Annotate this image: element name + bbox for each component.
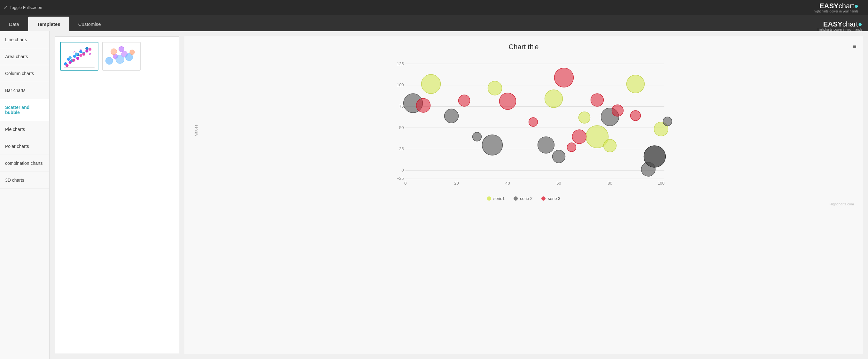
svg-point-27	[130, 50, 134, 55]
svg-point-50	[422, 74, 441, 94]
svg-point-66	[644, 145, 666, 167]
svg-text:✕: ✕	[89, 53, 91, 56]
brand-logo-tab: EASYchart● highcharts-power in your hand…	[817, 20, 868, 31]
brand-tagline: highcharts-power in your hands	[814, 9, 859, 13]
legend-item-serie1: serie1	[487, 196, 505, 201]
brand-dot2: ●	[858, 20, 862, 28]
svg-point-71	[529, 118, 538, 127]
svg-point-60	[473, 132, 482, 141]
svg-point-75	[591, 94, 604, 106]
svg-point-56	[627, 75, 645, 93]
svg-point-13	[76, 57, 79, 60]
svg-point-74	[572, 130, 586, 144]
svg-point-52	[545, 90, 563, 108]
svg-point-67	[663, 117, 672, 126]
svg-point-59	[444, 109, 459, 123]
tab-data[interactable]: Data	[0, 17, 28, 31]
svg-point-29	[119, 46, 124, 52]
svg-text:60: 60	[556, 181, 561, 185]
chart-area: Chart title ≡ Values	[184, 36, 863, 354]
svg-text:75: 75	[399, 104, 404, 108]
svg-text:40: 40	[505, 181, 510, 185]
svg-point-61	[482, 135, 503, 155]
legend-dot-serie3	[541, 196, 546, 201]
tab-templates[interactable]: Templates	[28, 17, 69, 31]
svg-text:−25: −25	[397, 176, 404, 181]
svg-point-51	[488, 81, 502, 95]
svg-text:25: 25	[399, 146, 404, 151]
svg-text:0: 0	[401, 168, 404, 172]
legend-label-serie1: serie1	[493, 196, 505, 201]
tabbar: Data Templates Customise EASYchart● high…	[0, 15, 868, 31]
svg-point-70	[499, 93, 516, 109]
brand-name-bold2: EASY	[823, 20, 842, 28]
svg-text:100: 100	[397, 83, 404, 87]
svg-text:✕: ✕	[79, 48, 82, 52]
svg-text:50: 50	[399, 125, 404, 130]
sidebar-item-bar[interactable]: Bar charts	[0, 82, 49, 99]
svg-point-73	[567, 143, 576, 152]
svg-point-11	[69, 61, 72, 64]
chart-attribution: Highcharts.com	[191, 202, 857, 206]
toggle-fullscreen-label: Toggle Fullscreen	[9, 5, 42, 10]
svg-point-15	[83, 53, 86, 56]
svg-point-72	[555, 68, 574, 87]
svg-text:100: 100	[658, 181, 665, 185]
svg-text:20: 20	[454, 181, 459, 185]
main-layout: Line charts Area charts Column charts Ba…	[0, 31, 868, 359]
sidebar-item-combination[interactable]: combination charts	[0, 155, 49, 172]
chart-menu-button[interactable]: ≡	[852, 43, 857, 50]
topbar: ⤢ Toggle Fullscreen EASYchart● highchart…	[0, 0, 868, 15]
svg-point-69	[459, 95, 470, 106]
template-bubble[interactable]	[102, 42, 141, 71]
sidebar-item-line[interactable]: Line charts	[0, 31, 49, 48]
chart-legend: serie1 serie 2 serie 3	[191, 196, 857, 201]
legend-label-serie3: serie 3	[548, 196, 560, 201]
svg-text:0: 0	[404, 181, 406, 185]
brand-name-light2: chart	[842, 20, 858, 28]
template-scatter[interactable]: ✕ ✕ ✕	[60, 42, 98, 71]
svg-point-76	[612, 105, 623, 116]
brand-name-light: chart	[839, 2, 854, 10]
sidebar: Line charts Area charts Column charts Ba…	[0, 31, 50, 359]
chart-title: Chart title	[191, 43, 857, 51]
legend-dot-serie1	[487, 196, 491, 201]
chart-svg-wrap: 125 100 75 50 25 0 −25 0 20 40 60 80 100	[207, 58, 853, 192]
sidebar-item-column[interactable]: Column charts	[0, 65, 49, 82]
svg-point-12	[72, 59, 75, 62]
sidebar-item-3d[interactable]: 3D charts	[0, 172, 49, 189]
brand-tagline2: highcharts-power in your hands	[817, 28, 862, 31]
svg-point-63	[553, 150, 565, 163]
svg-point-16	[85, 50, 89, 53]
svg-point-55	[604, 139, 617, 152]
chart-container: Values 125	[191, 58, 857, 192]
toggle-fullscreen-button[interactable]: ⤢ Toggle Fullscreen	[4, 5, 42, 10]
svg-point-14	[79, 54, 83, 57]
svg-text:✕: ✕	[73, 50, 76, 54]
legend-item-serie2: serie 2	[514, 196, 532, 201]
brand-dot: ●	[854, 2, 859, 10]
svg-point-77	[630, 110, 641, 121]
legend-item-serie3: serie 3	[541, 196, 560, 201]
svg-point-28	[111, 48, 117, 55]
tab-customise[interactable]: Customise	[69, 17, 110, 31]
template-panel: ✕ ✕ ✕	[55, 36, 179, 354]
sidebar-item-area[interactable]: Area charts	[0, 48, 49, 65]
svg-point-22	[105, 57, 113, 65]
brand-name-bold: EASY	[819, 2, 839, 10]
y-axis-label: Values	[194, 125, 198, 136]
svg-point-53	[579, 112, 590, 123]
svg-point-10	[65, 64, 69, 67]
fullscreen-icon: ⤢	[4, 5, 8, 10]
svg-point-62	[538, 137, 555, 153]
sidebar-item-polar[interactable]: Polar charts	[0, 138, 49, 155]
svg-text:125: 125	[397, 61, 404, 66]
svg-point-8	[69, 56, 72, 59]
sidebar-item-pie[interactable]: Pie charts	[0, 121, 49, 138]
svg-point-68	[416, 98, 431, 112]
sidebar-item-scatter[interactable]: Scatter and bubble	[0, 99, 49, 121]
legend-label-serie2: serie 2	[520, 196, 532, 201]
svg-text:80: 80	[608, 181, 612, 185]
brand-logo: EASYchart● highcharts-power in your hand…	[814, 2, 864, 13]
svg-point-17	[89, 47, 92, 51]
